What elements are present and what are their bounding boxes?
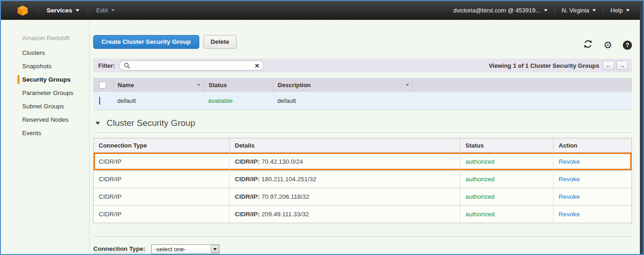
- details-label: CIDR/IP:: [235, 193, 260, 200]
- connection-type-select[interactable]: -select one-: [151, 244, 220, 254]
- chevron-down-icon: [544, 9, 548, 12]
- revoke-link[interactable]: Revoke: [559, 176, 580, 183]
- column-header-connection-type: Connection Type: [94, 138, 229, 152]
- viewing-count-text: Viewing 1 of 1 Cluster Security Groups: [489, 62, 599, 69]
- details-label: CIDR/IP:: [235, 211, 260, 218]
- help-menu[interactable]: Help: [603, 7, 637, 14]
- cell-action: Revoke: [553, 153, 632, 170]
- cell-details: CIDR/IP: 70.97.206.118/32: [229, 188, 460, 205]
- revoke-link[interactable]: Revoke: [559, 193, 580, 200]
- column-header-description[interactable]: Description: [273, 78, 412, 92]
- edit-menu-label: Edit: [96, 7, 108, 14]
- prev-page-button[interactable]: ←: [602, 61, 614, 70]
- sidebar: Amazon Redshift ClustersSnapshotsSecurit…: [1, 20, 89, 254]
- revoke-link[interactable]: Revoke: [559, 158, 580, 165]
- column-header-action: Action: [553, 138, 632, 152]
- footer-divider: [93, 236, 632, 237]
- filter-label: Filter:: [98, 62, 115, 69]
- collapse-icon[interactable]: [95, 122, 100, 125]
- column-header-status[interactable]: Status: [204, 78, 273, 92]
- connection-row: CIDR/IPCIDR/IP: 70.42.130.0/24authorized…: [94, 153, 632, 170]
- connection-row: CIDR/IPCIDR/IP: 180.211.104.251/32author…: [94, 170, 632, 188]
- cell-status: authorized: [460, 153, 553, 170]
- filter-search-input[interactable]: [133, 62, 255, 69]
- sort-icon: [197, 84, 201, 86]
- cell-action: Revoke: [553, 188, 632, 205]
- status-text: authorized: [465, 158, 495, 165]
- search-icon: [124, 62, 131, 69]
- sidebar-item-reserved-nodes[interactable]: Reserved Nodes: [1, 113, 89, 126]
- select-dropdown-button[interactable]: [211, 245, 219, 253]
- cell-connection-type: CIDR/IP: [94, 206, 229, 223]
- chevron-down-icon: [76, 9, 79, 12]
- section-title: Cluster Security Group: [107, 118, 195, 128]
- top-nav-bar: Services Edit dvictoria@birst.com @ 4539…: [1, 1, 643, 20]
- cell-action: Revoke: [553, 171, 632, 188]
- details-label: CIDR/IP:: [235, 176, 260, 183]
- status-text: authorized: [465, 176, 495, 183]
- section-divider: [93, 132, 632, 133]
- column-header-name[interactable]: Name: [113, 78, 204, 92]
- sidebar-item-clusters[interactable]: Clusters: [1, 46, 89, 59]
- cell-description: default: [273, 97, 412, 104]
- cell-status: available: [204, 97, 273, 104]
- cell-connection-type: CIDR/IP: [94, 153, 229, 170]
- cell-details: CIDR/IP: 70.42.130.0/24: [229, 153, 460, 170]
- select-all-checkbox[interactable]: [99, 82, 106, 89]
- clear-filter-icon[interactable]: ×: [255, 62, 259, 70]
- main-content: Create Cluster Security Group Delete ⚙: [89, 20, 643, 254]
- scrollbar-track[interactable]: [640, 1, 643, 254]
- filter-search-box[interactable]: ×: [119, 60, 264, 71]
- row-checkbox[interactable]: [99, 97, 100, 105]
- region-menu[interactable]: N. Virginia: [555, 7, 603, 14]
- connection-row: CIDR/IPCIDR/IP: 209.49.111.33/32authoriz…: [94, 205, 632, 223]
- status-text: authorized: [465, 193, 495, 200]
- groups-table-header: Name Status Description: [93, 78, 632, 92]
- account-menu[interactable]: dvictoria@birst.com @ 453919...: [447, 7, 555, 14]
- services-menu[interactable]: Services: [38, 7, 88, 14]
- table-row[interactable]: defaultavailabledefault: [93, 92, 632, 110]
- chevron-down-icon: [111, 9, 115, 12]
- cell-status: authorized: [460, 206, 553, 223]
- connection-type-select-value: -select one-: [155, 246, 186, 253]
- aws-console-window: Services Edit dvictoria@birst.com @ 4539…: [0, 0, 644, 255]
- sidebar-item-subnet-groups[interactable]: Subnet Groups: [1, 100, 89, 113]
- sidebar-item-parameter-groups[interactable]: Parameter Groups: [1, 86, 89, 100]
- chevron-down-icon: [626, 9, 630, 12]
- connections-table-header: Connection Type Details Status Action: [94, 138, 632, 153]
- delete-button[interactable]: Delete: [203, 35, 237, 49]
- cell-connection-type: CIDR/IP: [94, 171, 229, 188]
- details-label: CIDR/IP:: [235, 158, 260, 165]
- filter-band: Filter: × Viewing 1 of 1 Cluster Securit…: [93, 59, 632, 72]
- cell-action: Revoke: [553, 206, 632, 223]
- refresh-icon[interactable]: [583, 39, 593, 51]
- status-text: authorized: [465, 211, 495, 218]
- cell-details: CIDR/IP: 180.211.104.251/32: [229, 171, 460, 188]
- cell-details: CIDR/IP: 209.49.111.33/32: [229, 206, 460, 223]
- sidebar-item-events[interactable]: Events: [1, 126, 89, 140]
- region-menu-label: N. Virginia: [562, 7, 590, 14]
- sidebar-item-security-groups[interactable]: Security Groups: [1, 73, 89, 86]
- aws-logo-icon[interactable]: [17, 5, 29, 17]
- status-text: available: [208, 97, 233, 104]
- connection-type-label: Connection Type:: [93, 245, 145, 253]
- cell-status: authorized: [460, 171, 553, 188]
- chevron-down-icon: [213, 248, 217, 250]
- column-header-status: Status: [460, 138, 553, 152]
- gear-icon[interactable]: ⚙: [603, 40, 612, 50]
- revoke-link[interactable]: Revoke: [559, 211, 580, 218]
- services-menu-label: Services: [47, 7, 72, 14]
- next-page-button[interactable]: →: [616, 61, 628, 70]
- column-header-details: Details: [229, 138, 460, 152]
- sidebar-item-snapshots[interactable]: Snapshots: [1, 59, 89, 73]
- help-icon[interactable]: ?: [623, 41, 632, 50]
- chevron-down-icon: [592, 9, 596, 12]
- sidebar-heading: Amazon Redshift: [22, 35, 89, 42]
- help-menu-label: Help: [610, 7, 623, 14]
- sort-icon: [405, 84, 409, 86]
- connections-table: Connection Type Details Status Action CI…: [93, 138, 632, 223]
- create-cluster-security-group-button[interactable]: Create Cluster Security Group: [93, 35, 199, 49]
- edit-menu[interactable]: Edit: [88, 7, 124, 14]
- cell-status: authorized: [460, 188, 553, 205]
- cell-connection-type: CIDR/IP: [94, 188, 229, 205]
